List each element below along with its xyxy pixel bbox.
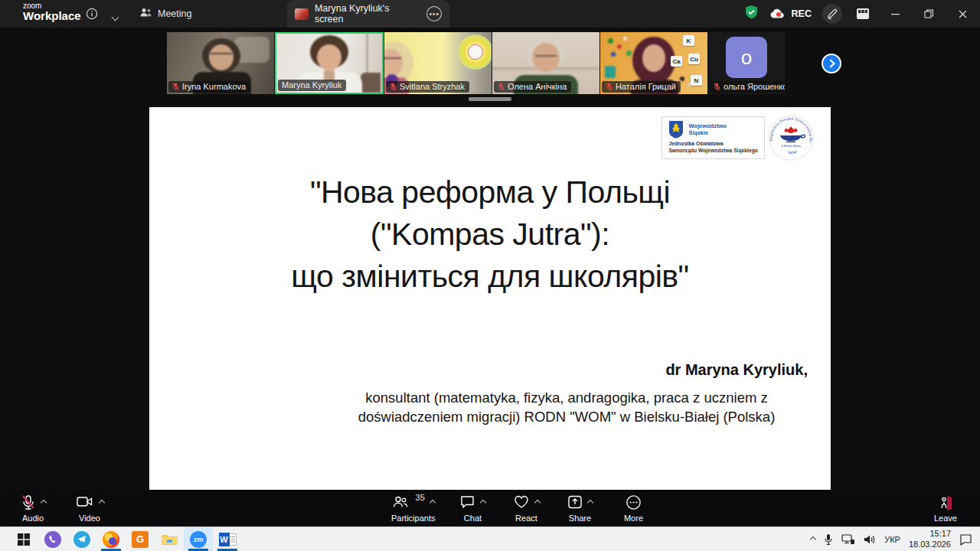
react-options-chevron[interactable]	[534, 500, 541, 506]
chat-button[interactable]: Chat	[450, 493, 495, 523]
voivodeship-logo-block: Województwo Śląskie Jednostka Oświatowa …	[662, 116, 765, 159]
strip-drag-handle[interactable]	[469, 97, 511, 101]
share-screen-icon	[567, 494, 583, 510]
people-icon	[139, 7, 152, 21]
muted-mic-icon	[714, 83, 720, 91]
taskbar-zoom-icon[interactable]: zm	[184, 527, 213, 551]
restore-button[interactable]	[917, 3, 940, 24]
tab-screen-share-label: Maryna Kyryliuk's screen	[315, 3, 420, 24]
minimize-button[interactable]	[884, 3, 906, 24]
start-button[interactable]	[9, 527, 38, 551]
slide-logos: Województwo Śląskie Jednostka Oświatowa …	[662, 115, 814, 161]
audio-options-chevron[interactable]	[40, 500, 46, 506]
window-titlebar: zoom Workplace Meeting Maryna Kyryliuk's…	[0, 0, 980, 28]
participant-tile[interactable]: K Ca Cu N Наталія Грицай	[600, 32, 707, 94]
tab-screen-share[interactable]: Maryna Kyryliuk's screen •••	[287, 0, 449, 28]
unit-line1: Jednostka Oświatowa	[668, 141, 758, 148]
tray-mic-icon[interactable]	[824, 533, 833, 546]
video-options-chevron[interactable]	[98, 500, 104, 506]
windows-taskbar: G zm W	[0, 527, 980, 551]
react-button[interactable]: React	[504, 493, 548, 523]
cloud-recording-icon	[769, 8, 788, 20]
tab-meeting-label: Meeting	[158, 8, 191, 19]
security-shield-icon[interactable]	[744, 5, 759, 23]
slide-title: "Нова реформа у Польщі ("Kompas Jutra"):…	[149, 171, 831, 298]
participants-count-badge: 35	[416, 493, 425, 502]
taskbar-g-app-icon[interactable]: G	[126, 527, 155, 551]
chat-bubble-icon	[459, 494, 475, 510]
participant-tile[interactable]: Iryna Kurmakova	[167, 32, 274, 94]
avatar: о	[726, 37, 767, 78]
annotate-pencil-icon[interactable]	[822, 4, 842, 24]
leave-button[interactable]: Leave	[923, 493, 968, 523]
next-participants-button[interactable]	[822, 54, 841, 73]
tab-options-icon[interactable]: •••	[426, 6, 442, 21]
windows-logo-icon	[18, 533, 30, 546]
participant-name-label: ольга Ярошенко	[710, 81, 785, 93]
participant-name-label: Maryna Kyryliuk	[278, 80, 346, 91]
video-camera-icon	[76, 494, 94, 510]
audio-button[interactable]: Audio	[11, 493, 55, 523]
voivodeship-name: Województwo Śląskie	[688, 122, 733, 137]
taskbar-word-icon[interactable]: W	[213, 527, 242, 551]
participant-tile[interactable]: о ольга Ярошенко	[708, 32, 785, 94]
share-options-chevron[interactable]	[587, 500, 593, 506]
tab-meeting[interactable]: Meeting	[132, 0, 199, 28]
brand-workplace: Workplace	[23, 10, 81, 21]
hidden-icons-chevron[interactable]	[810, 536, 816, 542]
element-tile: N	[691, 75, 702, 86]
participant-tile-active-speaker[interactable]: Maryna Kyryliuk	[275, 32, 384, 94]
volume-icon[interactable]	[864, 534, 876, 545]
tray-time: 15:17	[909, 529, 951, 539]
shared-screen-slide: Województwo Śląskie Jednostka Oświatowa …	[149, 107, 831, 490]
participant-name-label: Svitlana Stryzhak	[386, 81, 469, 93]
muted-mic-icon	[172, 83, 179, 91]
wom-circular-logo: Regionalny Ośrodek Doskonalenia Nauczyci…	[768, 115, 814, 161]
muted-mic-icon	[606, 83, 612, 91]
participants-button[interactable]: 35 Participants	[385, 493, 441, 523]
more-label: More	[624, 514, 643, 523]
element-tile: Cu	[688, 54, 700, 64]
slide-title-line2: ("Kompas Jutra"):	[149, 214, 831, 256]
video-strip: Iryna Kurmakova Maryna Kyryliuk	[167, 32, 785, 94]
zoom-meeting-window: zoom Workplace Meeting Maryna Kyryliuk's…	[0, 0, 980, 551]
system-tray: УКР 15:17 18.03.2026	[811, 527, 980, 551]
close-button[interactable]	[951, 3, 974, 24]
video-label: Video	[79, 514, 100, 523]
info-icon[interactable]	[84, 6, 100, 21]
svg-text:w Bielsku-Białej: w Bielsku-Białej	[781, 145, 800, 148]
react-label: React	[515, 514, 537, 523]
more-ellipsis-icon	[626, 494, 642, 510]
chat-label: Chat	[464, 514, 482, 523]
rec-label: REC	[792, 8, 812, 19]
participant-tile[interactable]: Олена Анічкіна	[492, 32, 599, 94]
recording-indicator: REC	[769, 8, 812, 20]
chevron-down-icon[interactable]	[107, 9, 122, 24]
more-button[interactable]: More	[611, 493, 655, 523]
taskbar-file-explorer-icon[interactable]	[155, 527, 184, 551]
taskbar-clock[interactable]: 15:17 18.03.2026	[909, 529, 951, 549]
taskbar-telegram-icon[interactable]	[67, 527, 96, 551]
participant-tile[interactable]: Svitlana Stryzhak	[384, 32, 492, 94]
participants-label: Participants	[391, 514, 435, 523]
taskbar-viber-icon[interactable]	[38, 527, 67, 551]
network-icon[interactable]	[841, 534, 855, 545]
participants-options-chevron[interactable]	[430, 500, 436, 506]
mic-muted-icon	[21, 494, 36, 511]
share-button[interactable]: Share	[557, 493, 602, 523]
chat-options-chevron[interactable]	[480, 500, 486, 506]
taskbar-firefox-icon[interactable]	[96, 527, 126, 551]
slide-title-line3: що зміниться для школярів"	[149, 256, 831, 298]
participant-name-label: Iryna Kurmakova	[168, 81, 250, 93]
leave-door-icon	[937, 494, 954, 511]
action-center-icon[interactable]	[959, 533, 972, 546]
muted-mic-icon	[498, 83, 505, 91]
language-indicator[interactable]: УКР	[884, 535, 900, 544]
tray-date: 18.03.2026	[909, 540, 951, 549]
video-button[interactable]: Video	[67, 493, 112, 523]
participant-name-label: Наталія Грицай	[602, 81, 681, 93]
leave-label: Leave	[934, 514, 957, 523]
gallery-view-icon[interactable]	[853, 4, 873, 24]
screen-thumbnail-icon	[295, 8, 309, 20]
zoom-workplace-logo: zoom Workplace	[23, 2, 81, 21]
